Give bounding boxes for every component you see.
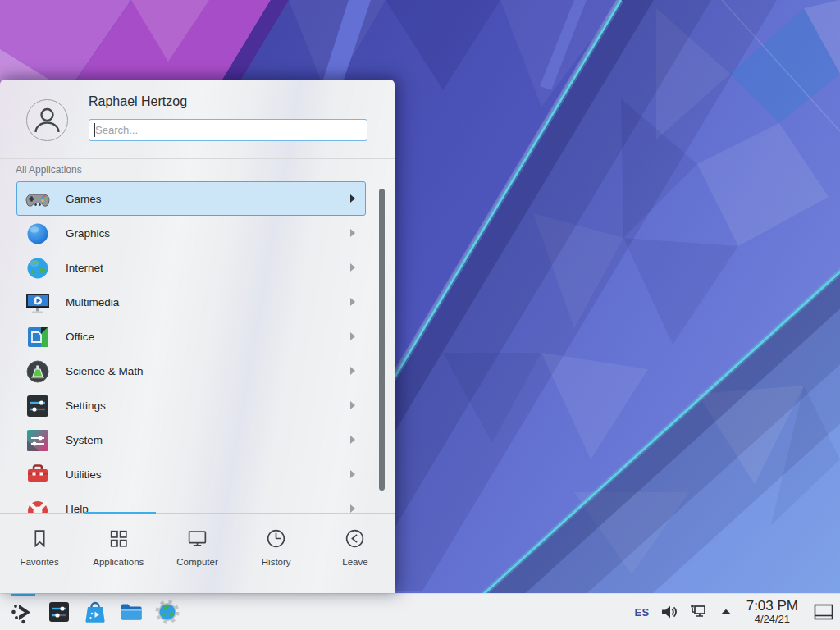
kde-launcher-icon (9, 598, 37, 626)
application-category-list: Games Graphics (16, 181, 366, 513)
header-separator (0, 158, 395, 159)
grid-icon (107, 527, 130, 550)
documents-icon (25, 324, 51, 350)
menu-item-multimedia[interactable]: Multimedia (16, 285, 366, 319)
show-desktop-icon (813, 602, 834, 622)
lifebuoy-icon (25, 496, 51, 513)
folder-icon (117, 598, 145, 626)
submenu-arrow-icon (350, 194, 355, 203)
submenu-arrow-icon (350, 367, 355, 375)
user-icon (27, 100, 67, 140)
menu-item-system[interactable]: System (16, 422, 366, 457)
menu-item-graphics[interactable]: Graphics (16, 216, 366, 250)
globe-icon (25, 255, 51, 281)
menu-item-label: Office (66, 320, 94, 354)
launcher-tabbar: Favorites Applications (0, 513, 395, 593)
submenu-arrow-icon (350, 229, 355, 237)
search-input[interactable] (89, 119, 368, 141)
menu-item-label: Internet (66, 251, 103, 285)
menu-item-label: Help (66, 492, 89, 513)
active-task-indicator (11, 594, 35, 596)
keyboard-layout-indicator[interactable]: ES (635, 606, 650, 619)
menu-item-utilities[interactable]: Utilities (16, 457, 366, 491)
search-field-wrap (89, 119, 368, 141)
menu-item-label: Graphics (66, 217, 110, 251)
section-label: All Applications (16, 164, 82, 176)
tab-favorites[interactable]: Favorites (0, 514, 79, 593)
menu-item-office[interactable]: Office (16, 319, 366, 354)
menu-item-label: Utilities (66, 458, 102, 492)
web-browser-button[interactable] (149, 594, 185, 630)
monitor-icon (186, 527, 208, 550)
tab-computer[interactable]: Computer (158, 514, 236, 593)
globe-gear-icon (153, 598, 181, 626)
flask-icon (25, 358, 51, 385)
sphere-icon (25, 221, 51, 247)
submenu-arrow-icon (350, 504, 355, 513)
active-tab-indicator (84, 512, 156, 514)
discover-icon (81, 598, 109, 626)
tab-label: Computer (176, 557, 218, 567)
tab-label: History (262, 557, 291, 567)
bookmark-icon (29, 527, 51, 550)
discover-button[interactable] (77, 594, 113, 630)
tab-history[interactable]: History (237, 514, 316, 593)
menu-item-label: Multimedia (66, 285, 119, 320)
tab-label: Applications (93, 557, 144, 567)
system-settings-icon (45, 598, 73, 626)
media-monitor-icon (25, 290, 51, 316)
submenu-arrow-icon (350, 470, 355, 478)
user-name: Raphael Hertzog (89, 94, 187, 109)
menu-item-label: Games (66, 182, 102, 217)
menu-item-label: Settings (66, 389, 106, 423)
digital-clock[interactable]: 7:03 PM 4/24/21 (746, 599, 798, 624)
submenu-arrow-icon (350, 298, 355, 306)
menu-item-settings[interactable]: Settings (16, 388, 366, 422)
menu-item-help[interactable]: Help (16, 491, 366, 513)
network-icon[interactable] (687, 601, 709, 623)
volume-icon[interactable] (659, 602, 678, 622)
tab-label: Favorites (20, 557, 58, 567)
sliders-icon (25, 393, 51, 419)
menu-item-games[interactable]: Games (16, 181, 366, 216)
expand-tray-caret-icon[interactable] (718, 604, 734, 620)
submenu-arrow-icon (350, 401, 355, 409)
submenu-arrow-icon (350, 263, 355, 272)
list-scrollbar[interactable] (379, 189, 385, 491)
tab-applications[interactable]: Applications (79, 514, 158, 593)
menu-item-label: Science & Math (66, 354, 144, 389)
submenu-arrow-icon (350, 436, 355, 444)
tab-label: Leave (342, 557, 368, 567)
leave-icon (344, 527, 366, 550)
system-settings-button[interactable] (41, 594, 77, 630)
user-avatar[interactable] (26, 99, 68, 141)
system-sliders-icon (25, 427, 51, 454)
desktop: Raphael Hertzog All Applications (0, 0, 840, 630)
menu-item-internet[interactable]: Internet (16, 250, 366, 285)
launcher-header: Raphael Hertzog (0, 80, 395, 158)
file-manager-button[interactable] (113, 594, 149, 630)
submenu-arrow-icon (350, 332, 355, 340)
system-tray: ES (635, 594, 835, 630)
taskbar-panel: ES (0, 593, 840, 630)
gamepad-icon (25, 186, 51, 212)
toolbox-icon (25, 462, 51, 488)
kickoff-launcher-button[interactable] (5, 594, 41, 630)
menu-item-label: System (66, 423, 103, 458)
tab-leave[interactable]: Leave (316, 514, 395, 593)
menu-item-science-math[interactable]: Science & Math (16, 354, 366, 388)
show-desktop-button[interactable] (812, 594, 835, 630)
text-caret (94, 123, 95, 137)
clock-icon (265, 527, 287, 550)
clock-time: 7:03 PM (746, 599, 798, 614)
clock-date: 4/24/21 (746, 614, 798, 625)
application-launcher-menu: Raphael Hertzog All Applications (0, 80, 395, 593)
